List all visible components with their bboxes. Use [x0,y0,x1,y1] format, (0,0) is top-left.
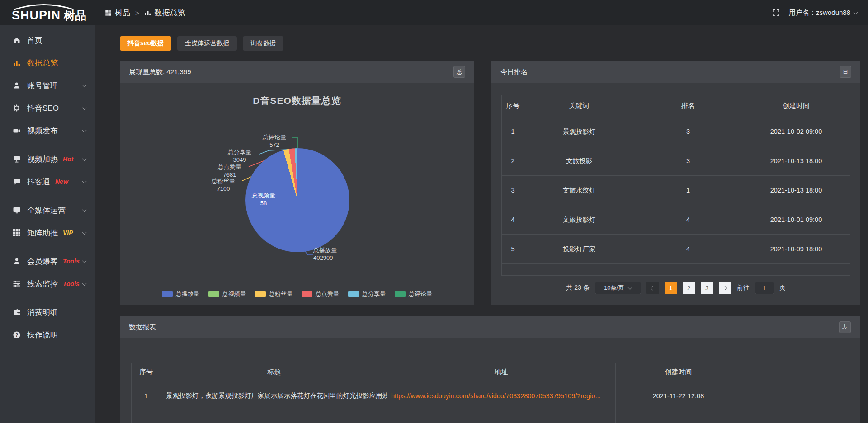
sidebar-item-label: 数据总览 [27,58,58,68]
table-row-partial [502,264,850,276]
chevron-down-icon [82,207,87,212]
legend-item[interactable]: 总播放量 [162,290,199,298]
sidebar-item-member-burst[interactable]: 会员爆客 Tools [0,250,95,273]
legend-item[interactable]: 总粉丝量 [255,290,292,298]
logo-arc [11,4,78,10]
table-row: 4文旅投影灯42021-10-01 09:00 [502,205,850,235]
sidebar-divider [6,298,89,298]
topbar-right: 用户名：zswodun88 [772,9,868,17]
pie-label-likes: 总点赞量 7681 [211,163,249,179]
prev-page-button[interactable] [646,282,659,294]
sidebar-item-label: 视频加热 [27,154,58,164]
legend-item[interactable]: 总点赞量 [302,290,339,298]
person-icon [13,257,21,265]
app-root: SHUPIN 树品 树品 > 数据总览 用户名：zswo [0,0,868,423]
sliders-icon [13,280,21,288]
page-button-3[interactable]: 3 [701,282,713,294]
sidebar-item-account[interactable]: 账号管理 [0,74,95,97]
video-url-cell: https://www.iesdouyin.com/share/video/70… [387,381,616,410]
report-panel-header: 数据报表 表 [120,316,860,338]
sidebar-item-label: 全媒体运营 [27,205,66,216]
sidebar-item-label: 线索监控 [27,279,58,289]
page-button-1[interactable]: 1 [665,282,677,294]
sidebar-item-video-heat[interactable]: 视频加热 Hot [0,148,95,170]
goto-label: 前往 [737,284,750,292]
legend-swatch [348,291,359,297]
sidebar-item-douyin-seo[interactable]: 抖音SEO [0,97,95,119]
user-icon [13,81,21,89]
window-grid-icon [105,9,112,16]
chevron-down-icon [82,230,87,235]
tab-media-operation-data[interactable]: 全媒体运营数据 [177,36,237,51]
sidebar-item-doukertong[interactable]: 抖客通 New [0,170,95,193]
chevron-down-icon [82,105,87,110]
sidebar-item-data-overview[interactable]: 数据总览 [0,52,95,74]
legend-swatch [302,291,312,297]
overview-panel: 展现量总数: 421,369 总 D音SEO数据量总览 总评论量 [120,61,474,306]
legend-item[interactable]: 总视频量 [208,290,246,298]
sidebar-item-clue-monitor[interactable]: 线索监控 Tools [0,273,95,295]
hot-badge: Hot [63,155,73,163]
report-title: 数据报表 [129,323,156,332]
chevron-down-icon [82,258,87,263]
sidebar-item-video-publish[interactable]: 视频发布 [0,119,95,142]
legend-item[interactable]: 总评论量 [395,290,432,298]
legend-swatch [162,291,173,297]
logo: SHUPIN 树品 [0,4,95,22]
sidebar-item-label: 抖音SEO [27,103,59,113]
table-row: 2文旅投影32021-10-13 18:00 [502,146,850,176]
pie-label-shares: 总分享量 3049 [221,148,259,164]
chevron-down-icon [628,285,632,290]
sidebar-item-media-operation[interactable]: 全媒体运营 [0,199,95,221]
sidebar-item-label: 矩阵助推 [27,228,58,238]
question-circle-icon: ? [13,331,21,339]
tab-douyin-seo-data[interactable]: 抖音seo数据 [120,36,171,51]
chevron-down-icon [82,179,87,183]
chart-legend: 总播放量 总视频量 总粉丝量 总点赞量 总分享量 总评论量 [120,290,474,298]
sidebar-item-label: 会员爆客 [27,256,58,267]
sidebar-item-label: 抖客通 [27,177,50,187]
legend-swatch [255,291,266,297]
breadcrumb-label: 数据总览 [155,8,185,18]
pagination: 共 23 条 10条/页 1 2 3 前往 页 [491,282,860,294]
breadcrumb-separator: > [135,9,139,17]
chevron-down-icon [82,83,87,87]
sidebar-item-home[interactable]: 首页 [0,29,95,52]
breadcrumb-item-home[interactable]: 树品 [105,8,130,18]
page-size-select[interactable]: 10条/页 [595,282,641,294]
col-rank: 排名 [634,95,742,117]
ranking-panel-header: 今日排名 日 [491,61,860,83]
next-page-button[interactable] [719,282,731,294]
page-button-2[interactable]: 2 [683,282,695,294]
ranking-title: 今日排名 [500,68,528,76]
sidebar-item-instructions[interactable]: ? 操作说明 [0,324,95,346]
breadcrumb: 树品 > 数据总览 [105,8,185,18]
sidebar: 首页 数据总览 账号管理 抖音SEO 视频发布 视频加热 Hot [0,25,95,423]
video-link[interactable]: https://www.iesdouyin.com/share/video/70… [391,392,601,400]
video-title-cell: 景观投影灯，夜游景观投影灯厂家展示展示落花灯在花园里的灯光投影应用效果 # [161,381,387,410]
legend-item[interactable]: 总分享量 [348,290,386,298]
col-created: 创建时间 [742,95,850,117]
sidebar-item-label: 操作说明 [27,330,58,340]
sidebar-item-consumption[interactable]: 消费明细 [0,301,95,324]
chevron-down-icon [82,281,87,286]
user-dropdown[interactable]: 用户名：zswodun88 [789,9,857,17]
total-view-button[interactable]: 总 [453,66,465,78]
table-view-button[interactable]: 表 [839,321,851,333]
tab-bar: 抖音seo数据 全媒体运营数据 询盘数据 [120,36,860,51]
home-icon [13,36,21,44]
col-created: 创建时间 [616,363,741,381]
sidebar-item-label: 首页 [27,35,42,46]
chat-bubble-icon [13,178,21,186]
day-view-button[interactable]: 日 [840,66,851,78]
goto-page-input[interactable] [755,282,774,294]
video-camera-icon [13,127,21,135]
table-row-partial [132,410,849,423]
col-index: 序号 [132,363,161,381]
tab-inquiry-data[interactable]: 询盘数据 [243,36,283,51]
breadcrumb-item-current[interactable]: 数据总览 [144,8,185,18]
topbar: SHUPIN 树品 树品 > 数据总览 用户名：zswo [0,0,868,25]
fullscreen-icon[interactable] [772,9,780,17]
sidebar-item-label: 消费明细 [27,307,58,318]
sidebar-item-matrix-boost[interactable]: 矩阵助推 VIP [0,221,95,244]
